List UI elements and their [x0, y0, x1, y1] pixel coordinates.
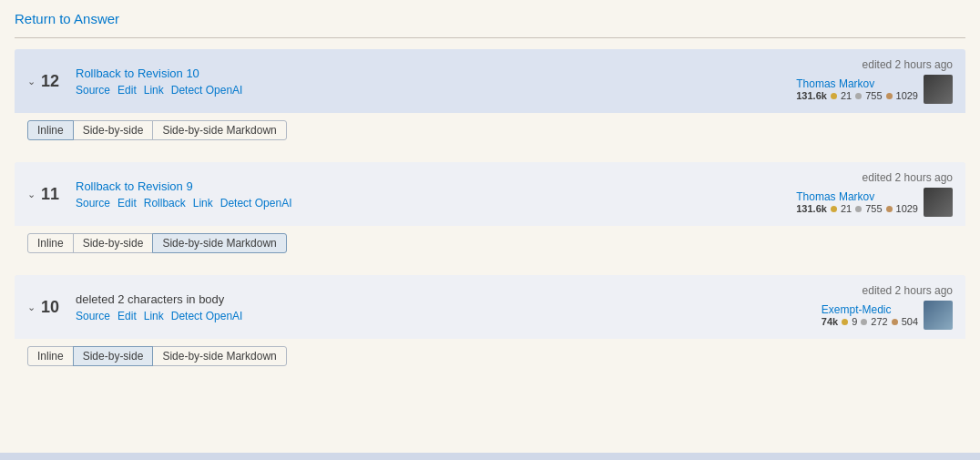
edited-time-11: edited 2 hours ago	[771, 171, 953, 184]
dot-silver-11	[855, 206, 862, 212]
dot-silver-10	[861, 319, 867, 325]
tab-sidebyside-markdown-12[interactable]: Side-by-side Markdown	[152, 120, 286, 140]
avatar-placeholder-11	[924, 188, 953, 217]
bottom-bar	[0, 453, 980, 460]
revision-wrapper-11: ⌄ 11 Rollback to Revision 9 Source Edit …	[15, 162, 965, 262]
revision-info-10: deleted 2 characters in body Source Edit…	[76, 292, 771, 322]
view-tabs-12: Inline Side-by-side Side-by-side Markdow…	[15, 113, 965, 149]
edited-time-10: edited 2 hours ago	[771, 284, 953, 297]
revision-info-12: Rollback to Revision 10 Source Edit Link…	[76, 66, 771, 97]
tab-sidebyside-11[interactable]: Side-by-side	[73, 233, 154, 253]
dot-silver-12	[855, 93, 862, 99]
action-source-10[interactable]: Source	[76, 310, 110, 322]
revision-title-rev-num-12: 10	[186, 66, 199, 80]
action-edit-12[interactable]: Edit	[117, 84, 137, 97]
revision-actions-12: Source Edit Link Detect OpenAI	[76, 84, 771, 97]
user-details-11: Thomas Markov 131.6k 21 755 1029	[796, 190, 918, 214]
revision-title-rev-num-11: 9	[186, 179, 192, 193]
revision-number-12: 12	[41, 72, 63, 91]
revision-number-11: 11	[41, 185, 63, 204]
revision-actions-10: Source Edit Link Detect OpenAI	[76, 310, 771, 322]
action-link-10[interactable]: Link	[144, 310, 164, 322]
user-rep-11: 131.6k	[796, 203, 827, 214]
view-tabs-11: Inline Side-by-side Side-by-side Markdow…	[15, 226, 965, 262]
dot-bronze-10	[892, 319, 898, 325]
user-rep-12: 131.6k	[796, 90, 827, 101]
silver-count-10: 272	[871, 316, 887, 327]
bronze-count-10: 504	[902, 316, 918, 327]
revision-meta-10: edited 2 hours ago Exempt-Medic 74k 9 27…	[771, 284, 953, 330]
tab-sidebyside-markdown-10[interactable]: Side-by-side Markdown	[152, 346, 286, 366]
chevron-down-icon-12[interactable]: ⌄	[27, 76, 36, 87]
action-detect-12[interactable]: Detect OpenAI	[171, 84, 243, 97]
dot-bronze-11	[886, 206, 893, 212]
tab-sidebyside-10[interactable]: Side-by-side	[73, 346, 154, 366]
revision-meta-12: edited 2 hours ago Thomas Markov 131.6k …	[771, 58, 953, 104]
gold-count-10: 9	[852, 316, 857, 327]
revision-wrapper-10: ⌄ 10 deleted 2 characters in body Source…	[15, 275, 965, 375]
avatar-placeholder-12	[924, 75, 953, 104]
gold-count-12: 21	[841, 90, 852, 101]
tab-inline-10[interactable]: Inline	[27, 346, 74, 366]
avatar-placeholder-10	[924, 301, 953, 330]
return-to-answer-link[interactable]: Return to Answer	[15, 11, 119, 26]
tab-sidebyside-markdown-11[interactable]: Side-by-side Markdown	[152, 233, 286, 253]
revision-title-10[interactable]: deleted 2 characters in body	[76, 292, 224, 306]
user-stats-11: 131.6k 21 755 1029	[796, 203, 918, 214]
revision-info-11: Rollback to Revision 9 Source Edit Rollb…	[76, 179, 771, 210]
user-details-12: Thomas Markov 131.6k 21 755 1029	[796, 77, 918, 101]
chevron-down-icon-10[interactable]: ⌄	[27, 302, 36, 313]
view-tabs-10: Inline Side-by-side Side-by-side Markdow…	[15, 339, 965, 375]
action-link-12[interactable]: Link	[144, 84, 164, 97]
top-divider	[15, 37, 965, 38]
user-avatar-10	[924, 301, 953, 330]
tab-inline-12[interactable]: Inline	[27, 120, 74, 140]
action-detect-10[interactable]: Detect OpenAI	[171, 310, 243, 322]
user-stats-12: 131.6k 21 755 1029	[796, 90, 918, 101]
dot-gold-11	[831, 206, 837, 212]
user-info-11: Thomas Markov 131.6k 21 755 1029	[771, 188, 953, 217]
action-source-11[interactable]: Source	[76, 197, 110, 210]
user-info-12: Thomas Markov 131.6k 21 755 1029	[771, 75, 953, 104]
page-container: Return to Answer ⌄ 12 Rollback to Revisi…	[0, 0, 980, 403]
action-link-11[interactable]: Link	[193, 197, 213, 210]
revision-header-12: ⌄ 12 Rollback to Revision 10 Source Edit…	[15, 49, 965, 113]
action-edit-11[interactable]: Edit	[117, 197, 137, 210]
user-name-11[interactable]: Thomas Markov	[796, 190, 918, 203]
silver-count-12: 755	[865, 90, 882, 101]
chevron-down-icon-11[interactable]: ⌄	[27, 189, 36, 200]
revision-number-10: 10	[41, 298, 63, 317]
user-stats-10: 74k 9 272 504	[822, 316, 918, 327]
gold-count-11: 21	[841, 203, 852, 214]
user-rep-10: 74k	[822, 316, 838, 327]
user-avatar-11	[924, 188, 953, 217]
user-name-10[interactable]: Exempt-Medic	[822, 303, 918, 316]
dot-bronze-12	[886, 93, 893, 99]
revision-wrapper-12: ⌄ 12 Rollback to Revision 10 Source Edit…	[15, 49, 965, 149]
dot-gold-10	[842, 319, 848, 325]
action-source-12[interactable]: Source	[76, 84, 110, 97]
revision-header-11: ⌄ 11 Rollback to Revision 9 Source Edit …	[15, 162, 965, 226]
revision-header-10: ⌄ 10 deleted 2 characters in body Source…	[15, 275, 965, 339]
tab-inline-11[interactable]: Inline	[27, 233, 74, 253]
user-info-10: Exempt-Medic 74k 9 272 504	[771, 301, 953, 330]
action-edit-10[interactable]: Edit	[117, 310, 137, 322]
revision-title-12[interactable]: Rollback to Revision 10	[76, 66, 199, 80]
bronze-count-12: 1029	[896, 90, 918, 101]
bronze-count-11: 1029	[896, 203, 918, 214]
user-avatar-12	[924, 75, 953, 104]
revision-meta-11: edited 2 hours ago Thomas Markov 131.6k …	[771, 171, 953, 217]
revision-actions-11: Source Edit Rollback Link Detect OpenAI	[76, 197, 771, 210]
revision-title-11[interactable]: Rollback to Revision 9	[76, 179, 193, 193]
user-name-12[interactable]: Thomas Markov	[796, 77, 918, 90]
action-detect-11[interactable]: Detect OpenAI	[220, 197, 292, 210]
action-rollback-11[interactable]: Rollback	[144, 197, 186, 210]
dot-gold-12	[831, 93, 837, 99]
user-details-10: Exempt-Medic 74k 9 272 504	[822, 303, 918, 327]
silver-count-11: 755	[865, 203, 882, 214]
edited-time-12: edited 2 hours ago	[771, 58, 953, 71]
tab-sidebyside-12[interactable]: Side-by-side	[73, 120, 154, 140]
